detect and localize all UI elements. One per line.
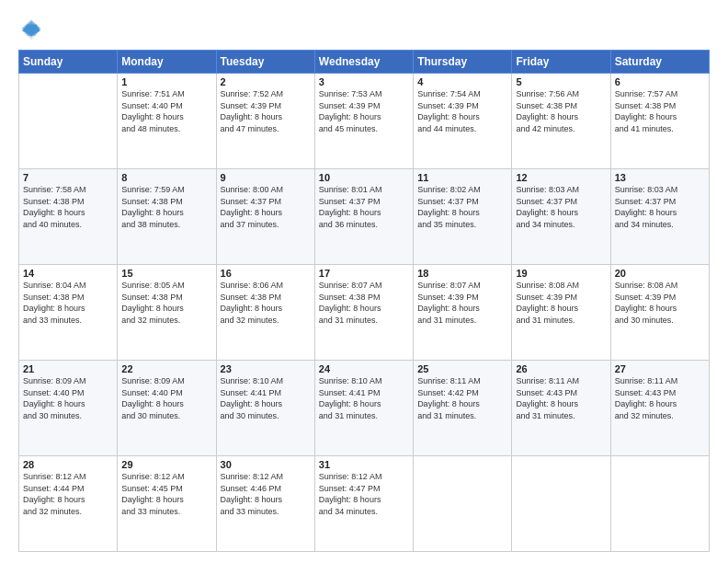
day-info: Sunrise: 8:07 AM Sunset: 4:39 PM Dayligh… xyxy=(417,280,507,326)
calendar-cell: 25Sunrise: 8:11 AM Sunset: 4:42 PM Dayli… xyxy=(414,361,512,456)
calendar-cell: 12Sunrise: 8:03 AM Sunset: 4:37 PM Dayli… xyxy=(512,169,610,265)
day-number: 25 xyxy=(417,363,507,374)
calendar-cell: 3Sunrise: 7:53 AM Sunset: 4:39 PM Daylig… xyxy=(314,74,413,169)
calendar-week-5: 28Sunrise: 8:12 AM Sunset: 4:44 PM Dayli… xyxy=(19,456,710,552)
col-header-saturday: Saturday xyxy=(610,51,709,74)
calendar-cell: 6Sunrise: 7:57 AM Sunset: 4:38 PM Daylig… xyxy=(610,74,709,169)
calendar-cell xyxy=(414,456,512,552)
col-header-thursday: Thursday xyxy=(414,51,512,74)
day-number: 18 xyxy=(417,268,507,279)
day-info: Sunrise: 8:05 AM Sunset: 4:38 PM Dayligh… xyxy=(121,280,211,326)
day-info: Sunrise: 8:12 AM Sunset: 4:44 PM Dayligh… xyxy=(23,471,113,517)
calendar-cell: 8Sunrise: 7:59 AM Sunset: 4:38 PM Daylig… xyxy=(118,169,216,265)
page: SundayMondayTuesdayWednesdayThursdayFrid… xyxy=(0,0,728,563)
day-info: Sunrise: 8:03 AM Sunset: 4:37 PM Dayligh… xyxy=(615,184,705,230)
svg-marker-3 xyxy=(22,20,40,36)
calendar-cell xyxy=(512,456,610,552)
calendar-cell: 24Sunrise: 8:10 AM Sunset: 4:41 PM Dayli… xyxy=(314,361,413,456)
day-info: Sunrise: 8:08 AM Sunset: 4:39 PM Dayligh… xyxy=(516,280,606,326)
calendar-cell: 31Sunrise: 8:12 AM Sunset: 4:47 PM Dayli… xyxy=(314,456,413,552)
day-number: 6 xyxy=(615,76,705,87)
day-info: Sunrise: 7:59 AM Sunset: 4:38 PM Dayligh… xyxy=(121,184,211,230)
day-info: Sunrise: 8:10 AM Sunset: 4:41 PM Dayligh… xyxy=(319,375,409,421)
day-number: 21 xyxy=(23,363,113,374)
col-header-friday: Friday xyxy=(512,51,610,74)
day-number: 1 xyxy=(121,76,211,87)
col-header-wednesday: Wednesday xyxy=(314,51,413,74)
calendar-header-row: SundayMondayTuesdayWednesdayThursdayFrid… xyxy=(19,51,710,74)
day-number: 2 xyxy=(221,76,311,87)
day-number: 13 xyxy=(615,172,705,183)
calendar-week-4: 21Sunrise: 8:09 AM Sunset: 4:40 PM Dayli… xyxy=(19,361,710,456)
calendar-week-1: 1Sunrise: 7:51 AM Sunset: 4:40 PM Daylig… xyxy=(19,74,710,169)
calendar-cell: 20Sunrise: 8:08 AM Sunset: 4:39 PM Dayli… xyxy=(610,265,709,361)
calendar-cell xyxy=(19,74,118,169)
day-number: 10 xyxy=(319,172,409,183)
day-info: Sunrise: 8:01 AM Sunset: 4:37 PM Dayligh… xyxy=(319,184,409,230)
day-info: Sunrise: 8:07 AM Sunset: 4:38 PM Dayligh… xyxy=(319,280,409,326)
day-info: Sunrise: 7:58 AM Sunset: 4:38 PM Dayligh… xyxy=(23,184,113,230)
day-number: 17 xyxy=(319,268,409,279)
calendar-cell: 19Sunrise: 8:08 AM Sunset: 4:39 PM Dayli… xyxy=(512,265,610,361)
day-info: Sunrise: 7:57 AM Sunset: 4:38 PM Dayligh… xyxy=(615,88,705,134)
day-number: 22 xyxy=(121,363,211,374)
day-info: Sunrise: 8:12 AM Sunset: 4:45 PM Dayligh… xyxy=(121,471,211,517)
calendar-cell: 5Sunrise: 7:56 AM Sunset: 4:38 PM Daylig… xyxy=(512,74,610,169)
day-number: 9 xyxy=(221,172,311,183)
day-info: Sunrise: 8:09 AM Sunset: 4:40 PM Dayligh… xyxy=(23,375,113,421)
day-info: Sunrise: 7:56 AM Sunset: 4:38 PM Dayligh… xyxy=(516,88,606,134)
day-number: 14 xyxy=(23,268,113,279)
day-info: Sunrise: 7:51 AM Sunset: 4:40 PM Dayligh… xyxy=(121,88,211,134)
calendar-cell: 21Sunrise: 8:09 AM Sunset: 4:40 PM Dayli… xyxy=(19,361,118,456)
day-number: 11 xyxy=(417,172,507,183)
day-info: Sunrise: 8:11 AM Sunset: 4:43 PM Dayligh… xyxy=(615,375,705,421)
col-header-sunday: Sunday xyxy=(19,51,118,74)
day-number: 23 xyxy=(221,363,311,374)
day-number: 8 xyxy=(121,172,211,183)
calendar-cell: 22Sunrise: 8:09 AM Sunset: 4:40 PM Dayli… xyxy=(118,361,216,456)
calendar-table: SundayMondayTuesdayWednesdayThursdayFrid… xyxy=(18,50,710,552)
day-info: Sunrise: 8:04 AM Sunset: 4:38 PM Dayligh… xyxy=(23,280,113,326)
calendar-cell: 17Sunrise: 8:07 AM Sunset: 4:38 PM Dayli… xyxy=(314,265,413,361)
calendar-cell: 11Sunrise: 8:02 AM Sunset: 4:37 PM Dayli… xyxy=(414,169,512,265)
day-info: Sunrise: 7:54 AM Sunset: 4:39 PM Dayligh… xyxy=(417,88,507,134)
calendar-week-3: 14Sunrise: 8:04 AM Sunset: 4:38 PM Dayli… xyxy=(19,265,710,361)
day-number: 26 xyxy=(516,363,606,374)
day-number: 15 xyxy=(121,268,211,279)
calendar-cell: 26Sunrise: 8:11 AM Sunset: 4:43 PM Dayli… xyxy=(512,361,610,456)
day-info: Sunrise: 8:08 AM Sunset: 4:39 PM Dayligh… xyxy=(615,280,705,326)
calendar-cell: 4Sunrise: 7:54 AM Sunset: 4:39 PM Daylig… xyxy=(414,74,512,169)
day-info: Sunrise: 8:11 AM Sunset: 4:42 PM Dayligh… xyxy=(417,375,507,421)
day-info: Sunrise: 8:09 AM Sunset: 4:40 PM Dayligh… xyxy=(121,375,211,421)
day-number: 16 xyxy=(221,268,311,279)
day-info: Sunrise: 8:12 AM Sunset: 4:46 PM Dayligh… xyxy=(221,471,311,517)
day-info: Sunrise: 8:06 AM Sunset: 4:38 PM Dayligh… xyxy=(221,280,311,326)
calendar-cell: 30Sunrise: 8:12 AM Sunset: 4:46 PM Dayli… xyxy=(216,456,314,552)
calendar-cell: 1Sunrise: 7:51 AM Sunset: 4:40 PM Daylig… xyxy=(118,74,216,169)
calendar-cell: 18Sunrise: 8:07 AM Sunset: 4:39 PM Dayli… xyxy=(414,265,512,361)
day-info: Sunrise: 8:02 AM Sunset: 4:37 PM Dayligh… xyxy=(417,184,507,230)
day-info: Sunrise: 8:12 AM Sunset: 4:47 PM Dayligh… xyxy=(319,471,409,517)
day-number: 4 xyxy=(417,76,507,87)
day-number: 30 xyxy=(221,459,311,470)
day-number: 3 xyxy=(319,76,409,87)
calendar-cell: 28Sunrise: 8:12 AM Sunset: 4:44 PM Dayli… xyxy=(19,456,118,552)
calendar-cell: 23Sunrise: 8:10 AM Sunset: 4:41 PM Dayli… xyxy=(216,361,314,456)
logo-icon xyxy=(18,17,44,42)
day-info: Sunrise: 8:10 AM Sunset: 4:41 PM Dayligh… xyxy=(221,375,311,421)
calendar-week-2: 7Sunrise: 7:58 AM Sunset: 4:38 PM Daylig… xyxy=(19,169,710,265)
day-number: 29 xyxy=(121,459,211,470)
day-number: 28 xyxy=(23,459,113,470)
calendar-cell: 13Sunrise: 8:03 AM Sunset: 4:37 PM Dayli… xyxy=(610,169,709,265)
day-info: Sunrise: 7:52 AM Sunset: 4:39 PM Dayligh… xyxy=(221,88,311,134)
logo xyxy=(18,17,48,42)
day-number: 12 xyxy=(516,172,606,183)
day-number: 24 xyxy=(319,363,409,374)
calendar-cell: 15Sunrise: 8:05 AM Sunset: 4:38 PM Dayli… xyxy=(118,265,216,361)
calendar-cell: 10Sunrise: 8:01 AM Sunset: 4:37 PM Dayli… xyxy=(314,169,413,265)
day-info: Sunrise: 8:11 AM Sunset: 4:43 PM Dayligh… xyxy=(516,375,606,421)
calendar-cell xyxy=(610,456,709,552)
calendar-cell: 14Sunrise: 8:04 AM Sunset: 4:38 PM Dayli… xyxy=(19,265,118,361)
calendar-cell: 27Sunrise: 8:11 AM Sunset: 4:43 PM Dayli… xyxy=(610,361,709,456)
day-number: 20 xyxy=(615,268,705,279)
